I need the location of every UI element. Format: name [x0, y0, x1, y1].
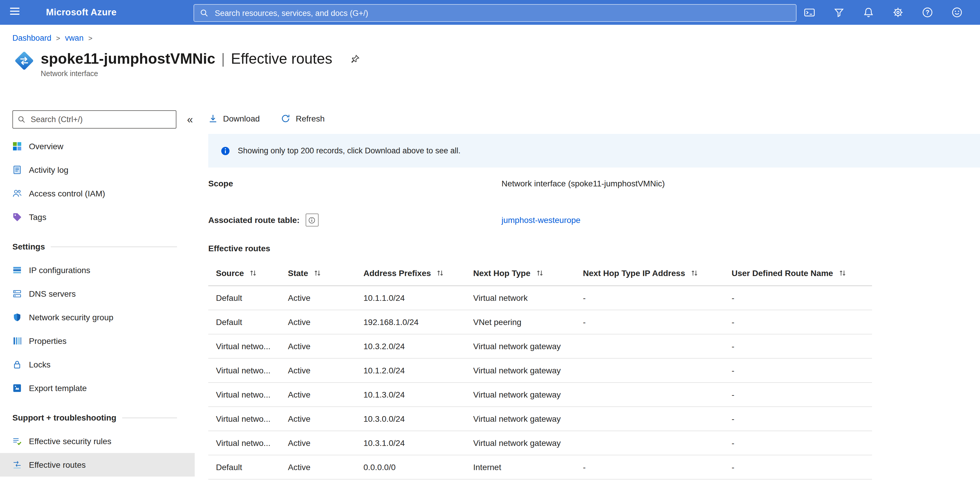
sidebar-item-access-control-iam[interactable]: Access control (IAM) [0, 182, 195, 205]
collapse-sidebar-button[interactable]: « [187, 114, 193, 125]
sidebar-item-network-security-group[interactable]: Network security group [0, 305, 195, 329]
svg-text:?: ? [926, 9, 929, 16]
sort-icon [691, 269, 698, 277]
feedback-button[interactable] [947, 0, 967, 25]
cell-state: Active [288, 407, 363, 431]
page-title: spoke11-jumphostVMNic | Effective routes [41, 49, 332, 68]
sidebar-item-locks[interactable]: Locks [0, 353, 195, 376]
cell-source: Virtual netwo... [208, 334, 288, 358]
cloud-shell-button[interactable] [799, 0, 819, 25]
breadcrumb-link-vwan[interactable]: vwan [65, 33, 83, 43]
cell-udr-name: - [732, 310, 872, 334]
cell-address-prefixes: 10.1.3.0/24 [363, 382, 473, 407]
sidebar-item-dns-servers[interactable]: DNS servers [0, 282, 195, 305]
sidebar-item-properties[interactable]: Properties [0, 329, 195, 353]
help-button[interactable]: ? [918, 0, 937, 25]
breadcrumb: Dashboard > vwan > [13, 33, 980, 43]
refresh-icon [281, 114, 291, 123]
column-label: User Defined Route Name [732, 268, 833, 278]
table-row[interactable]: Virtual netwo... Active 10.3.2.0/24 Virt… [208, 334, 872, 358]
table-row[interactable]: Virtual netwo... Active 10.3.0.0/24 Virt… [208, 407, 872, 431]
title-row: spoke11-jumphostVMNic | Effective routes… [13, 49, 980, 78]
cell-state: Active [288, 358, 363, 382]
info-icon [221, 146, 230, 156]
sidebar-item-activity-log[interactable]: Activity log [0, 158, 195, 182]
column-header-next-hop-type[interactable]: Next Hop Type [473, 261, 583, 286]
section-header-label: Support + troubleshooting [13, 413, 116, 422]
sidebar-item-tags[interactable]: Tags [0, 205, 195, 229]
sidebar-item-label: IP configurations [29, 265, 90, 275]
breadcrumb-link-dashboard[interactable]: Dashboard [13, 33, 51, 43]
column-header-next-hop-ip[interactable]: Next Hop Type IP Address [583, 261, 732, 286]
sidebar-search-input[interactable] [30, 114, 171, 124]
sidebar-item-ip-configurations[interactable]: IP configurations [0, 258, 195, 282]
download-button[interactable]: Download [208, 114, 260, 123]
sidebar-item-label: Properties [29, 336, 67, 346]
sidebar-item-label: Effective security rules [29, 437, 111, 446]
cell-address-prefixes: 10.3.1.0/24 [363, 431, 473, 455]
hamburger-menu-icon [10, 6, 20, 19]
table-row[interactable]: Virtual netwo... Active 10.1.2.0/24 Virt… [208, 358, 872, 382]
refresh-button[interactable]: Refresh [281, 114, 325, 123]
cell-source: Virtual netwo... [208, 431, 288, 455]
column-header-address-prefixes[interactable]: Address Prefixes [363, 261, 473, 286]
dns-servers-icon [13, 289, 22, 299]
cell-source: Virtual netwo... [208, 407, 288, 431]
download-label: Download [223, 114, 260, 123]
column-label: State [288, 268, 308, 278]
table-row[interactable]: Default Active 10.1.1.0/24 Virtual netwo… [208, 286, 872, 310]
title-separator: | [221, 49, 225, 68]
section-divider [122, 417, 177, 418]
sidebar-item-label: Locks [29, 360, 51, 369]
notifications-button[interactable] [859, 0, 878, 25]
sidebar-item-export-template[interactable]: Export template [0, 376, 195, 400]
info-banner-text: Showing only top 200 records, click Down… [238, 146, 460, 155]
global-search-input[interactable] [213, 8, 790, 18]
settings-button[interactable] [888, 0, 908, 25]
smiley-icon [952, 7, 962, 18]
effective-security-rules-icon [13, 437, 22, 446]
column-label: Source [216, 268, 244, 278]
column-header-udr-name[interactable]: User Defined Route Name [732, 261, 872, 286]
route-table-link[interactable]: jumphost-westeurope [501, 215, 581, 225]
column-header-source[interactable]: Source [208, 261, 288, 286]
pin-button[interactable] [350, 54, 360, 64]
hamburger-menu-button[interactable] [0, 0, 30, 25]
sidebar-item-label: Tags [29, 212, 46, 222]
directory-filter-button[interactable] [829, 0, 849, 25]
table-row[interactable]: Virtual netwo... Active 10.3.1.0/24 Virt… [208, 431, 872, 455]
sidebar-item-overview[interactable]: Overview [0, 135, 195, 158]
sidebar-item-effective-routes[interactable]: Effective routes [0, 453, 195, 477]
effective-routes-icon [13, 460, 22, 469]
table-row[interactable]: Default Active 0.0.0.0/0 Internet - - [208, 455, 872, 479]
table-row[interactable]: Default Active 192.168.1.0/24 VNet peeri… [208, 310, 872, 334]
properties-icon [13, 336, 22, 346]
cell-address-prefixes: 10.1.2.0/24 [363, 358, 473, 382]
download-icon [208, 114, 218, 123]
sidebar-section-settings: Settings [0, 235, 195, 258]
ip-configurations-icon [13, 265, 22, 275]
cell-state: Active [288, 455, 363, 479]
command-bar: Download Refresh [208, 107, 980, 130]
table-row[interactable]: Virtual netwo... Active 10.1.3.0/24 Virt… [208, 382, 872, 407]
cell-address-prefixes: 10.1.1.0/24 [363, 286, 473, 310]
cell-udr-name: - [732, 286, 872, 310]
activity-log-icon [13, 165, 22, 175]
directory-filter-icon [834, 7, 844, 18]
network-security-group-icon [13, 313, 22, 322]
bell-icon [863, 7, 874, 18]
global-search[interactable] [194, 4, 797, 22]
route-table-info-button[interactable] [305, 213, 318, 227]
brand-title[interactable]: Microsoft Azure [46, 7, 116, 18]
sidebar-item-label: Network security group [29, 313, 113, 322]
cell-state: Active [288, 334, 363, 358]
cell-next-hop-type: VNet peering [473, 310, 583, 334]
topbar-actions: ? [790, 0, 980, 25]
sidebar-item-effective-security-rules[interactable]: Effective security rules [0, 429, 195, 453]
section-header-label: Settings [13, 242, 45, 251]
cell-udr-name: - [732, 334, 872, 358]
column-header-state[interactable]: State [288, 261, 363, 286]
cell-next-hop-type: Virtual network gateway [473, 407, 583, 431]
sidebar-search[interactable] [13, 110, 177, 129]
cell-next-hop-type: Virtual network gateway [473, 334, 583, 358]
